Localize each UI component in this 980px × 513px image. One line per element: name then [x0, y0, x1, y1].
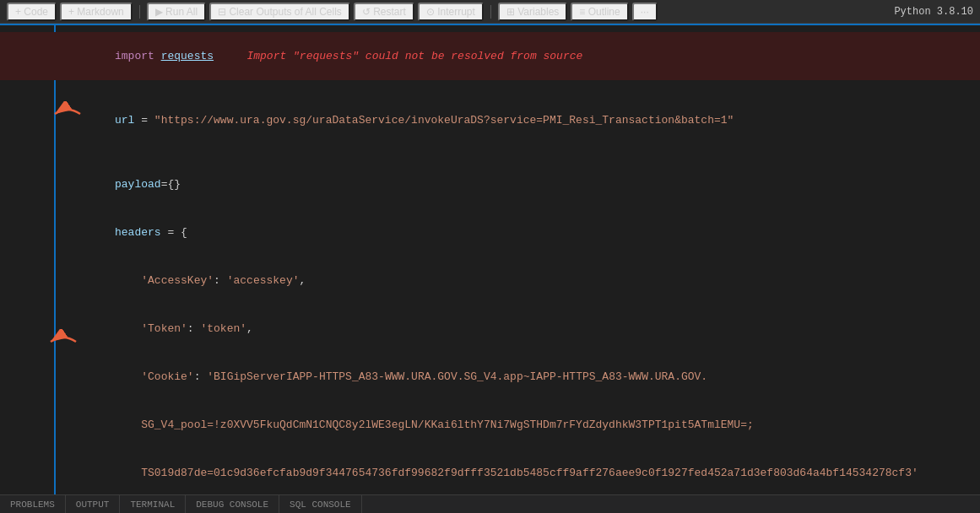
tab-output[interactable]: OUTPUT — [66, 495, 121, 514]
interrupt-button[interactable]: ⊙ Interrupt — [418, 3, 484, 21]
error-msg: Import "requests" could not be resolved … — [227, 50, 582, 62]
code-line-headers: headers = { — [0, 208, 980, 256]
toolbar: + Code + Markdown ▶ Run All ⊟ Clear Outp… — [0, 0, 980, 24]
variables-label: ⊞ Variables — [506, 6, 559, 18]
add-markdown-button[interactable]: + Markdown — [60, 3, 133, 21]
op: ={} — [161, 178, 181, 191]
code-area[interactable]: import requests Import "requests" could … — [0, 25, 980, 513]
bottom-tabs: PROBLEMS OUTPUT TERMINAL DEBUG CONSOLE S… — [0, 494, 980, 513]
line-content: SG_V4_pool=!z0XVV5FkuQdCmN1CNQC8y2lWE3eg… — [42, 401, 980, 449]
code-line-cookie-3: TS019d87de=01c9d36efcfab9d9f3447654736fd… — [0, 449, 980, 497]
var-url: url — [115, 114, 134, 127]
code-line-empty1 — [0, 80, 980, 96]
tab-terminal-label: TERMINAL — [130, 500, 175, 510]
code-line-token: 'Token': 'token', — [0, 305, 980, 353]
run-all-label: ▶ Run All — [155, 6, 198, 18]
op: : — [187, 322, 201, 335]
interrupt-label: ⊙ Interrupt — [426, 6, 475, 18]
line-content — [42, 144, 980, 160]
url-value: "https://www.ura.gov.sg/uraDataService/i… — [154, 114, 734, 127]
var-payload: payload — [115, 178, 161, 191]
code-line-payload: payload={} — [0, 160, 980, 208]
more-button[interactable]: ··· — [632, 3, 658, 21]
tab-sql[interactable]: SQL CONSOLE — [279, 495, 362, 514]
key-accesskey: 'AccessKey' — [141, 274, 214, 287]
val-accesskey: 'accesskey' — [227, 274, 300, 287]
tab-sql-label: SQL CONSOLE — [290, 500, 351, 510]
toolbar-separator-2 — [490, 5, 491, 19]
code-line-url: url = "https://www.ura.gov.sg/uraDataSer… — [0, 96, 980, 144]
indent — [115, 370, 141, 383]
notebook-container: import requests Import "requests" could … — [0, 24, 980, 513]
line-content: 'Cookie': 'BIGipServerIAPP-HTTPS_A83-WWW… — [42, 353, 980, 401]
val-token: 'token' — [200, 322, 246, 335]
line-content — [42, 80, 980, 96]
val-cookie-3: TS019d87de=01c9d36efcfab9d9f3447654736fd… — [115, 467, 918, 479]
keyword-import: import — [115, 50, 161, 62]
python-cell: import requests Import "requests" could … — [0, 24, 980, 513]
add-markdown-label: + Markdown — [68, 6, 124, 18]
line-content: 'Token': 'token', — [42, 305, 980, 353]
indent — [115, 274, 141, 287]
tab-debug[interactable]: DEBUG CONSOLE — [186, 495, 279, 514]
code-line-cookie: 'Cookie': 'BIGipServerIAPP-HTTPS_A83-WWW… — [0, 353, 980, 401]
tab-output-label: OUTPUT — [76, 500, 110, 510]
tab-problems[interactable]: PROBLEMS — [0, 495, 66, 514]
run-all-button[interactable]: ▶ Run All — [147, 3, 206, 21]
indent — [115, 322, 141, 335]
variables-button[interactable]: ⊞ Variables — [498, 3, 567, 21]
key-cookie: 'Cookie' — [141, 370, 193, 383]
line-content: 'AccessKey': 'accesskey', — [42, 256, 980, 305]
var-headers: headers — [115, 226, 161, 239]
line-content: import requests Import "requests" could … — [42, 32, 980, 80]
code-line-accesskey: 'AccessKey': 'accesskey', — [0, 256, 980, 305]
line-content: url = "https://www.ura.gov.sg/uraDataSer… — [42, 96, 980, 144]
code-line-cookie-2: SG_V4_pool=!z0XVV5FkuQdCmN1CNQC8y2lWE3eg… — [0, 401, 980, 449]
more-label: ··· — [641, 6, 649, 18]
outline-button[interactable]: ≡ Outline — [571, 3, 628, 21]
tab-problems-label: PROBLEMS — [10, 500, 55, 510]
toolbar-separator-1 — [139, 5, 140, 19]
code-line-empty2 — [0, 144, 980, 160]
val-cookie-2: SG_V4_pool=!z0XVV5FkuQdCmN1CNQC8y2lWE3eg… — [115, 418, 754, 431]
op: : — [214, 274, 227, 287]
line-content: TS019d87de=01c9d36efcfab9d9f3447654736fd… — [42, 449, 980, 497]
val-cookie-1: 'BIGipServerIAPP-HTTPS_A83-WWW.URA.GOV.S… — [207, 370, 707, 383]
outline-label: ≡ Outline — [579, 6, 620, 18]
clear-outputs-label: ⊟ Clear Outputs of All Cells — [218, 6, 342, 18]
line-content: headers = { — [42, 208, 980, 256]
add-code-label: + Code — [15, 6, 48, 18]
op: : — [194, 370, 208, 383]
op: , — [300, 274, 306, 287]
python-version: Python 3.8.10 — [894, 6, 973, 18]
op: , — [246, 322, 253, 335]
tab-terminal[interactable]: TERMINAL — [120, 495, 186, 514]
restart-button[interactable]: ↺ Restart — [354, 3, 414, 21]
add-code-button[interactable]: + Code — [7, 3, 57, 21]
clear-outputs-button[interactable]: ⊟ Clear Outputs of All Cells — [209, 3, 350, 21]
tab-debug-label: DEBUG CONSOLE — [196, 500, 268, 510]
op: = { — [161, 226, 187, 239]
key-token: 'Token' — [141, 322, 187, 335]
op: = — [134, 114, 154, 127]
code-line-import: import requests Import "requests" could … — [0, 32, 980, 80]
module-name: requests — [161, 50, 214, 62]
line-content: payload={} — [42, 160, 980, 208]
restart-label: ↺ Restart — [362, 6, 406, 18]
